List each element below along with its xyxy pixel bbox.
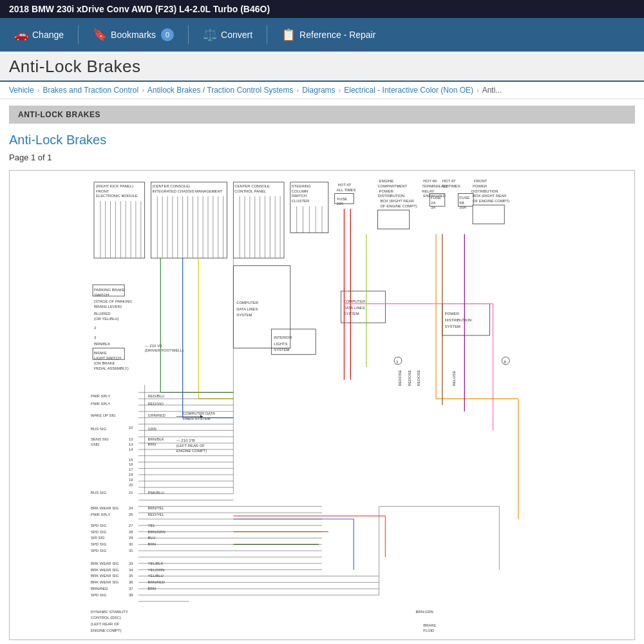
svg-text:BRK WEAR SIG: BRK WEAR SIG bbox=[91, 568, 119, 572]
svg-text:ELECTRONIC MODULE: ELECTRONIC MODULE bbox=[96, 194, 138, 198]
svg-text:24: 24 bbox=[129, 506, 133, 510]
svg-text:12: 12 bbox=[129, 437, 133, 441]
svg-text:— Z10 2*B: — Z10 2*B bbox=[176, 439, 195, 442]
svg-text:COMPUTER: COMPUTER bbox=[236, 301, 258, 305]
svg-text:RELOSE: RELOSE bbox=[452, 371, 456, 386]
svg-text:REDOSE: REDOSE bbox=[417, 370, 421, 386]
svg-text:30: 30 bbox=[129, 542, 133, 546]
svg-text:SPD SIG: SPD SIG bbox=[91, 524, 106, 527]
page-heading: Anti-Lock Brakes bbox=[0, 52, 644, 82]
breadcrumb-current: Anti... bbox=[482, 86, 502, 95]
svg-text:SPD SIG: SPD SIG bbox=[91, 530, 106, 534]
breadcrumb-sep-5: › bbox=[477, 86, 479, 94]
svg-text:19: 19 bbox=[129, 478, 133, 482]
svg-text:SYSTEM: SYSTEM bbox=[274, 348, 289, 352]
wiring-diagram: (RIGHT KICK PANEL) FRONT ELECTRONIC MODU… bbox=[16, 177, 628, 633]
svg-text:(RIGHT KICK PANEL): (RIGHT KICK PANEL) bbox=[96, 184, 133, 188]
breadcrumb-antilock[interactable]: Antilock Brakes / Traction Control Syste… bbox=[147, 86, 294, 95]
svg-text:CENTER CONSOLE: CENTER CONSOLE bbox=[234, 184, 270, 188]
svg-text:20: 20 bbox=[129, 483, 133, 487]
svg-text:STEERING: STEERING bbox=[292, 184, 312, 188]
svg-text:HOT W/: HOT W/ bbox=[423, 179, 437, 183]
svg-text:BRN:GRN: BRN:GRN bbox=[416, 610, 433, 614]
svg-text:2A: 2A bbox=[431, 201, 435, 205]
svg-text:27: 27 bbox=[129, 524, 133, 527]
svg-text:POWER: POWER bbox=[445, 312, 459, 316]
breadcrumb-electrical[interactable]: Electrical - Interactive Color (Non OE) bbox=[344, 86, 473, 95]
svg-text:BRN/BLK: BRN/BLK bbox=[148, 437, 164, 441]
svg-text:25: 25 bbox=[129, 513, 133, 516]
diagram-title: Anti-Lock Brakes bbox=[9, 133, 635, 147]
svg-text:FUSE: FUSE bbox=[337, 197, 348, 201]
svg-text:CONTROL PANEL: CONTROL PANEL bbox=[234, 189, 267, 193]
svg-text:BUS SIG: BUS SIG bbox=[91, 491, 106, 495]
svg-text:SYSTEM: SYSTEM bbox=[343, 312, 359, 316]
svg-text:INTERIOR: INTERIOR bbox=[274, 336, 292, 339]
svg-text:BRK WEAR SIG: BRK WEAR SIG bbox=[91, 574, 119, 578]
svg-text:BLU/RED: BLU/RED bbox=[94, 312, 111, 316]
svg-text:COMPARTMENT: COMPARTMENT bbox=[378, 184, 408, 188]
svg-text:PWR SPLY: PWR SPLY bbox=[91, 513, 110, 516]
svg-text:BRK WEAR SIG: BRK WEAR SIG bbox=[91, 580, 119, 584]
svg-text:BRN/RED: BRN/RED bbox=[91, 587, 108, 591]
svg-text:DYNAMIC STABILITY: DYNAMIC STABILITY bbox=[91, 610, 128, 614]
change-button[interactable]: 🚗 Change bbox=[5, 23, 73, 47]
car-icon: 🚗 bbox=[14, 28, 28, 42]
svg-rect-64 bbox=[378, 210, 410, 229]
svg-text:LINES SYSTEM: LINES SYSTEM bbox=[183, 417, 211, 421]
svg-text:OF ENGINE COMPT): OF ENGINE COMPT) bbox=[473, 199, 509, 203]
content-area: Anti-Lock Brakes Page 1 of 1 bbox=[0, 124, 644, 162]
reference-repair-button[interactable]: 📋 Reference - Repair bbox=[272, 23, 384, 47]
svg-text:29: 29 bbox=[129, 536, 133, 540]
toolbar: 🚗 Change 🔖 Bookmarks 0 ⚖️ Convert 📋 Refe… bbox=[0, 18, 644, 52]
breadcrumb: Vehicle › Brakes and Traction Control › … bbox=[0, 82, 644, 99]
convert-button[interactable]: ⚖️ Convert bbox=[194, 23, 261, 47]
breadcrumb-diagrams[interactable]: Diagrams bbox=[302, 86, 335, 95]
page-main-heading: Anti-Lock Brakes bbox=[9, 57, 635, 77]
svg-text:10: 10 bbox=[129, 426, 133, 430]
breadcrumb-sep-2: › bbox=[142, 86, 144, 94]
svg-text:FLUID: FLUID bbox=[423, 629, 434, 632]
svg-text:BRK WEAR SIG: BRK WEAR SIG bbox=[91, 506, 119, 510]
svg-text:SPD SIG: SPD SIG bbox=[91, 593, 106, 597]
breadcrumb-vehicle[interactable]: Vehicle bbox=[9, 86, 34, 95]
svg-text:5B: 5B bbox=[459, 201, 464, 205]
toolbar-divider-1 bbox=[78, 25, 79, 44]
svg-text:FRONT: FRONT bbox=[474, 179, 488, 183]
diagram-container[interactable]: (RIGHT KICK PANEL) FRONT ELECTRONIC MODU… bbox=[9, 170, 635, 640]
section-header: ANTI-LOCK BRAKES bbox=[9, 106, 635, 124]
repair-icon: 📋 bbox=[281, 28, 296, 42]
svg-text:ENGINE COMPT): ENGINE COMPT) bbox=[91, 629, 121, 632]
svg-text:CONTROL (DSC): CONTROL (DSC) bbox=[91, 616, 121, 620]
svg-rect-84 bbox=[473, 205, 504, 224]
svg-text:FRONT: FRONT bbox=[96, 189, 109, 193]
svg-text:B: B bbox=[504, 360, 506, 364]
svg-text:LIGHT SWITCH: LIGHT SWITCH bbox=[94, 356, 121, 360]
convert-icon: ⚖️ bbox=[203, 28, 217, 42]
svg-text:SENS SIG: SENS SIG bbox=[91, 437, 109, 441]
svg-text:BOX (RIGHT REAR: BOX (RIGHT REAR bbox=[473, 194, 506, 198]
svg-text:(LEFT REAR OF: (LEFT REAR OF bbox=[176, 444, 205, 448]
svg-text:WAKE UP SIG: WAKE UP SIG bbox=[91, 413, 116, 417]
svg-text:ALL TIMES: ALL TIMES bbox=[337, 188, 356, 192]
breadcrumb-sep-3: › bbox=[297, 86, 299, 94]
svg-text:POWER: POWER bbox=[473, 184, 487, 188]
svg-text:(CENTER CONSOLE): (CENTER CONSOLE) bbox=[152, 184, 190, 188]
svg-text:(DRIVER FOOTWELL): (DRIVER FOOTWELL) bbox=[145, 348, 184, 352]
svg-text:18: 18 bbox=[129, 473, 133, 477]
svg-text:HOT AT: HOT AT bbox=[442, 179, 456, 183]
svg-text:16: 16 bbox=[129, 462, 133, 466]
svg-text:RED/YEL: RED/YEL bbox=[148, 513, 165, 516]
svg-text:REDOSE: REDOSE bbox=[408, 370, 412, 386]
svg-text:DATA LINES: DATA LINES bbox=[343, 306, 365, 310]
svg-text:RED/BLU: RED/BLU bbox=[148, 394, 165, 398]
breadcrumb-sep-4: › bbox=[339, 86, 341, 94]
svg-text:BRAKE LEVER): BRAKE LEVER) bbox=[94, 305, 122, 308]
bookmarks-button[interactable]: 🔖 Bookmarks 0 bbox=[84, 23, 183, 47]
breadcrumb-brakes[interactable]: Brakes and Traction Control bbox=[43, 86, 138, 95]
svg-text:PWR SPLY: PWR SPLY bbox=[91, 402, 110, 406]
svg-text:DISTRIBUTION: DISTRIBUTION bbox=[378, 194, 405, 198]
svg-text:PEDAL ASSEMBLY): PEDAL ASSEMBLY) bbox=[94, 366, 129, 370]
svg-text:— Z10 V8: — Z10 V8 bbox=[145, 344, 162, 348]
svg-text:10A: 10A bbox=[337, 202, 344, 205]
